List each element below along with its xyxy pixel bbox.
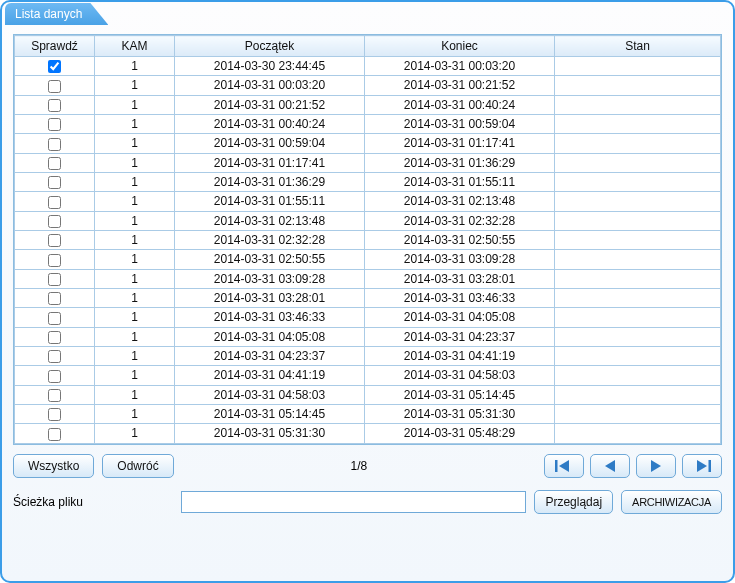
cell-start: 2014-03-31 00:03:20: [175, 76, 365, 95]
row-checkbox[interactable]: [48, 176, 61, 189]
col-header-check[interactable]: Sprawdź: [15, 36, 95, 57]
pagination-row: Wszystko Odwróć 1/8: [13, 454, 722, 478]
cell-check: [15, 230, 95, 249]
row-checkbox[interactable]: [48, 370, 61, 383]
cell-stan: [555, 404, 721, 423]
row-checkbox[interactable]: [48, 196, 61, 209]
table-row[interactable]: 12014-03-31 05:31:302014-03-31 05:48:29: [15, 424, 721, 443]
cell-check: [15, 95, 95, 114]
cell-stan: [555, 424, 721, 443]
table-row[interactable]: 12014-03-31 03:28:012014-03-31 03:46:33: [15, 288, 721, 307]
svg-marker-2: [605, 460, 615, 472]
cell-kam: 1: [95, 250, 175, 269]
row-checkbox[interactable]: [48, 157, 61, 170]
cell-stan: [555, 95, 721, 114]
table-row[interactable]: 12014-03-31 03:09:282014-03-31 03:28:01: [15, 269, 721, 288]
next-icon: [649, 460, 663, 472]
row-checkbox[interactable]: [48, 331, 61, 344]
cell-stan: [555, 57, 721, 76]
cell-stan: [555, 114, 721, 133]
table-row[interactable]: 12014-03-31 01:17:412014-03-31 01:36:29: [15, 153, 721, 172]
row-checkbox[interactable]: [48, 215, 61, 228]
prev-page-button[interactable]: [590, 454, 630, 478]
cell-end: 2014-03-31 00:21:52: [365, 76, 555, 95]
table-row[interactable]: 12014-03-31 02:13:482014-03-31 02:32:28: [15, 211, 721, 230]
col-header-stan[interactable]: Stan: [555, 36, 721, 57]
row-checkbox[interactable]: [48, 428, 61, 441]
row-checkbox[interactable]: [48, 273, 61, 286]
archive-button[interactable]: ARCHIWIZACJA: [621, 490, 722, 514]
cell-start: 2014-03-31 00:21:52: [175, 95, 365, 114]
cell-kam: 1: [95, 172, 175, 191]
col-header-start[interactable]: Początek: [175, 36, 365, 57]
table-row[interactable]: 12014-03-31 04:05:082014-03-31 04:23:37: [15, 327, 721, 346]
table-row[interactable]: 12014-03-31 02:32:282014-03-31 02:50:55: [15, 230, 721, 249]
cell-end: 2014-03-31 03:46:33: [365, 288, 555, 307]
cell-end: 2014-03-31 04:23:37: [365, 327, 555, 346]
row-checkbox[interactable]: [48, 234, 61, 247]
cell-stan: [555, 385, 721, 404]
browse-button[interactable]: Przeglądaj: [534, 490, 613, 514]
cell-start: 2014-03-31 01:17:41: [175, 153, 365, 172]
row-checkbox[interactable]: [48, 312, 61, 325]
table-row[interactable]: 12014-03-31 02:50:552014-03-31 03:09:28: [15, 250, 721, 269]
row-checkbox[interactable]: [48, 254, 61, 267]
row-checkbox[interactable]: [48, 408, 61, 421]
cell-kam: 1: [95, 192, 175, 211]
row-checkbox[interactable]: [48, 292, 61, 305]
table-row[interactable]: 12014-03-31 03:46:332014-03-31 04:05:08: [15, 308, 721, 327]
cell-kam: 1: [95, 269, 175, 288]
cell-check: [15, 269, 95, 288]
next-page-button[interactable]: [636, 454, 676, 478]
first-page-button[interactable]: [544, 454, 584, 478]
cell-end: 2014-03-31 02:32:28: [365, 211, 555, 230]
first-icon: [555, 460, 573, 472]
cell-start: 2014-03-31 05:31:30: [175, 424, 365, 443]
cell-end: 2014-03-31 00:59:04: [365, 114, 555, 133]
cell-stan: [555, 134, 721, 153]
svg-marker-1: [559, 460, 569, 472]
cell-end: 2014-03-31 05:48:29: [365, 424, 555, 443]
table-row[interactable]: 12014-03-31 00:21:522014-03-31 00:40:24: [15, 95, 721, 114]
table-row[interactable]: 12014-03-31 04:23:372014-03-31 04:41:19: [15, 346, 721, 365]
cell-end: 2014-03-31 01:55:11: [365, 172, 555, 191]
data-table-wrap: Sprawdź KAM Początek Koniec Stan 12014-0…: [13, 34, 722, 445]
invert-button[interactable]: Odwróć: [102, 454, 173, 478]
cell-end: 2014-03-31 03:09:28: [365, 250, 555, 269]
row-checkbox[interactable]: [48, 138, 61, 151]
table-row[interactable]: 12014-03-30 23:44:452014-03-31 00:03:20: [15, 57, 721, 76]
table-row[interactable]: 12014-03-31 05:14:452014-03-31 05:31:30: [15, 404, 721, 423]
table-row[interactable]: 12014-03-31 00:59:042014-03-31 01:17:41: [15, 134, 721, 153]
row-checkbox[interactable]: [48, 389, 61, 402]
data-list-panel: Lista danych Sprawdź KAM Początek Koniec…: [0, 0, 735, 583]
col-header-end[interactable]: Koniec: [365, 36, 555, 57]
cell-stan: [555, 346, 721, 365]
row-checkbox[interactable]: [48, 118, 61, 131]
page-indicator: 1/8: [182, 459, 536, 473]
cell-check: [15, 346, 95, 365]
last-page-button[interactable]: [682, 454, 722, 478]
row-checkbox[interactable]: [48, 60, 61, 73]
cell-start: 2014-03-31 03:28:01: [175, 288, 365, 307]
cell-end: 2014-03-31 02:50:55: [365, 230, 555, 249]
table-row[interactable]: 12014-03-31 04:41:192014-03-31 04:58:03: [15, 366, 721, 385]
row-checkbox[interactable]: [48, 350, 61, 363]
row-checkbox[interactable]: [48, 99, 61, 112]
row-checkbox[interactable]: [48, 80, 61, 93]
cell-check: [15, 192, 95, 211]
col-header-kam[interactable]: KAM: [95, 36, 175, 57]
cell-kam: 1: [95, 211, 175, 230]
path-row: Ścieżka pliku Przeglądaj ARCHIWIZACJA: [13, 490, 722, 514]
table-row[interactable]: 12014-03-31 04:58:032014-03-31 05:14:45: [15, 385, 721, 404]
path-input[interactable]: [181, 491, 526, 513]
cell-end: 2014-03-31 04:41:19: [365, 346, 555, 365]
table-row[interactable]: 12014-03-31 01:55:112014-03-31 02:13:48: [15, 192, 721, 211]
tab-title: Lista danych: [5, 3, 108, 25]
table-row[interactable]: 12014-03-31 00:03:202014-03-31 00:21:52: [15, 76, 721, 95]
select-all-button[interactable]: Wszystko: [13, 454, 94, 478]
cell-kam: 1: [95, 114, 175, 133]
table-row[interactable]: 12014-03-31 01:36:292014-03-31 01:55:11: [15, 172, 721, 191]
table-row[interactable]: 12014-03-31 00:40:242014-03-31 00:59:04: [15, 114, 721, 133]
cell-end: 2014-03-31 04:05:08: [365, 308, 555, 327]
cell-kam: 1: [95, 424, 175, 443]
